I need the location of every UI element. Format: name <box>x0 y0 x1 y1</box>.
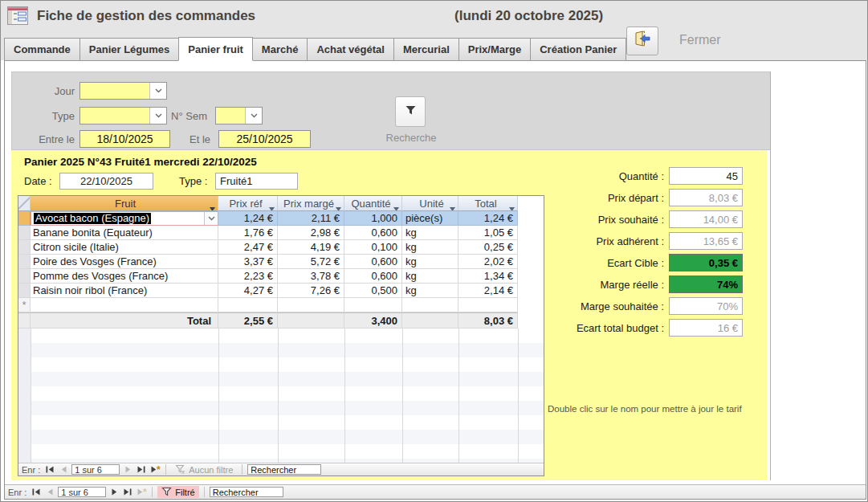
jour-label: Jour <box>12 85 79 97</box>
fruit-combobox[interactable]: Avocat bacon (Espagne) <box>31 211 218 226</box>
new-record-selector[interactable]: * <box>18 298 31 312</box>
corner-select-all[interactable] <box>18 196 31 211</box>
unite-cell[interactable] <box>402 298 458 312</box>
dropdown-arrow-icon[interactable] <box>269 202 275 211</box>
unite-cell[interactable]: kg <box>402 255 458 269</box>
column-header-prix-ref[interactable]: Prix réf <box>218 196 278 211</box>
record-position[interactable]: 1 sur 6 <box>58 487 106 497</box>
tab-creation-panier[interactable]: Création Panier <box>530 38 626 61</box>
prix-ref-cell[interactable]: 2,47 € <box>218 240 278 255</box>
quantite-cell[interactable]: 0,100 <box>344 240 402 255</box>
unite-cell[interactable]: kg <box>402 240 458 255</box>
chevron-down-icon[interactable] <box>149 108 166 124</box>
row-selector[interactable] <box>18 255 31 269</box>
quantite-label: Quantité : <box>619 170 664 182</box>
record-search-input[interactable]: Rechercher <box>210 487 283 497</box>
previous-record-button[interactable] <box>44 487 55 497</box>
unite-cell[interactable]: kg <box>402 269 458 284</box>
dropdown-arrow-icon[interactable] <box>393 202 399 211</box>
unite-cell[interactable]: kg <box>402 226 458 240</box>
tab-prix-marge[interactable]: Prix/Marge <box>458 38 531 61</box>
dropdown-arrow-icon[interactable] <box>336 202 341 211</box>
prix-marge-cell[interactable]: 3,78 € <box>278 269 344 284</box>
prix-ref-cell[interactable]: 4,27 € <box>218 284 278 298</box>
tab-commande[interactable]: Commande <box>4 38 80 61</box>
quantite-cell[interactable]: 0,600 <box>344 226 402 240</box>
row-selector[interactable] <box>18 211 31 226</box>
prix-marge-cell[interactable]: 5,72 € <box>278 255 344 269</box>
new-record-button[interactable]: * <box>149 464 161 475</box>
tab-panier-legumes[interactable]: Panier Légumes <box>79 38 179 61</box>
chevron-down-icon[interactable] <box>245 108 262 124</box>
panier-type-field[interactable]: Fruité1 <box>215 173 298 190</box>
row-selector[interactable] <box>18 269 31 284</box>
tab-marche[interactable]: Marché <box>252 38 308 61</box>
num-sem-combobox[interactable] <box>215 107 263 124</box>
close-form-button[interactable] <box>626 27 658 55</box>
last-record-button[interactable] <box>122 487 133 497</box>
date-from-field[interactable]: 18/10/2025 <box>79 130 170 148</box>
unite-cell[interactable]: kg <box>402 284 458 298</box>
type-label: Type <box>12 110 79 122</box>
prix-ref-cell[interactable]: 1,76 € <box>218 226 278 240</box>
type-value <box>80 108 149 124</box>
unite-cell[interactable]: pièce(s) <box>402 211 458 226</box>
panier-panel: Panier 2025 N°43 Fruité1 mercredi 22/10/… <box>11 150 767 480</box>
prix-marge-cell[interactable]: 7,26 € <box>278 284 344 298</box>
first-record-button[interactable] <box>31 487 42 497</box>
column-header-prix-marge[interactable]: Prix margé <box>278 196 344 211</box>
next-record-button[interactable] <box>122 464 133 475</box>
record-search-input[interactable]: Rechercher <box>247 464 321 475</box>
next-record-button[interactable] <box>108 487 120 497</box>
jour-combobox[interactable] <box>79 82 167 100</box>
records-label: Enr : <box>8 488 26 497</box>
prix-souhaite-label: Prix souhaité : <box>598 214 664 226</box>
prix-ref-cell[interactable]: 1,24 € <box>218 211 278 226</box>
fruit-cell[interactable]: Raisin noir ribol (France) <box>31 284 218 298</box>
column-header-unite[interactable]: Unité <box>402 196 458 211</box>
first-record-button[interactable] <box>44 464 55 475</box>
chevron-down-icon[interactable] <box>204 212 218 225</box>
previous-record-button[interactable] <box>58 464 69 475</box>
type-combobox[interactable] <box>79 107 167 124</box>
new-record-button[interactable]: * <box>136 487 147 497</box>
fruit-cell[interactable] <box>31 298 218 312</box>
prix-marge-cell[interactable]: 2,11 € <box>278 211 344 226</box>
column-header-quantite[interactable]: Quantité <box>344 196 402 211</box>
last-record-button[interactable] <box>136 464 147 475</box>
record-position[interactable]: 1 sur 6 <box>71 464 120 475</box>
quantite-field[interactable]: 45 <box>669 167 743 185</box>
prix-ref-cell[interactable] <box>218 298 278 312</box>
column-header-fruit[interactable]: Fruit <box>31 196 218 211</box>
dropdown-arrow-icon[interactable] <box>210 202 215 211</box>
quantite-cell[interactable]: 0,600 <box>344 255 402 269</box>
fruit-cell[interactable]: Pomme des Vosges (France) <box>31 269 218 284</box>
panier-date-field[interactable]: 22/10/2025 <box>59 173 153 190</box>
row-selector[interactable] <box>18 240 31 255</box>
fruit-cell[interactable]: Citron sicile (Italie) <box>31 240 218 255</box>
tab-mercurial[interactable]: Mercurial <box>393 38 459 61</box>
row-selector[interactable] <box>18 284 31 298</box>
no-filter-toggle[interactable]: Aucun filtre <box>171 463 237 475</box>
quantite-cell[interactable]: 0,500 <box>344 284 402 298</box>
quantite-cell[interactable]: 1,000 <box>344 211 402 226</box>
chevron-down-icon[interactable] <box>149 83 166 99</box>
fruit-cell[interactable]: Banane bonita (Equateur) <box>31 226 218 240</box>
row-selector[interactable] <box>18 226 31 240</box>
dropdown-arrow-icon[interactable] <box>450 202 455 211</box>
tab-panier-fruit[interactable]: Panier fruit <box>178 37 253 61</box>
prix-marge-cell[interactable] <box>278 298 344 312</box>
quantite-cell[interactable]: 0,600 <box>344 269 402 284</box>
search-button[interactable] <box>395 96 426 127</box>
prix-marge-cell[interactable]: 2,98 € <box>278 226 344 240</box>
date-to-field[interactable]: 25/10/2025 <box>218 130 311 148</box>
fruit-cell[interactable]: Poire des Vosges (France) <box>31 255 218 269</box>
prix-ref-cell[interactable]: 3,37 € <box>218 255 278 269</box>
tab-achat-vegetal[interactable]: Achat végétal <box>307 38 394 61</box>
filter-row-type: Type N° Sem <box>12 107 263 124</box>
prix-marge-cell[interactable]: 4,19 € <box>278 240 344 255</box>
filtered-toggle[interactable]: Filtré <box>157 486 198 498</box>
quantite-cell[interactable] <box>344 298 402 312</box>
prix-ref-cell[interactable]: 2,23 € <box>218 269 278 284</box>
tab-strip: Commande Panier Légumes Panier fruit Mar… <box>4 37 626 61</box>
